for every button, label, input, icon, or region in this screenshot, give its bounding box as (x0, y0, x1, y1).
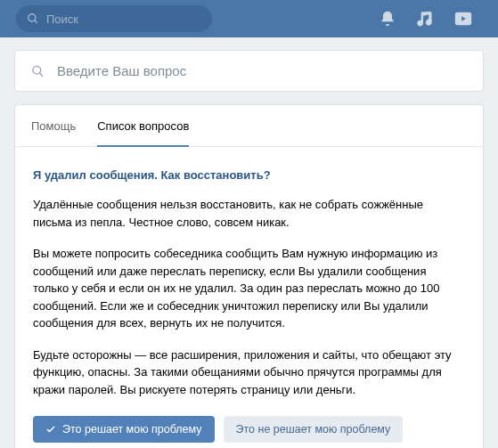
global-search[interactable] (16, 5, 212, 32)
question-search-input[interactable] (57, 63, 467, 78)
not-solves-button-label: Это не решает мою проблему (236, 423, 391, 436)
tab-question-list[interactable]: Список вопросов (97, 105, 189, 147)
search-icon (27, 12, 39, 25)
page-content: Помощь Список вопросов Я удалил сообщени… (0, 37, 498, 448)
solves-button-label: Это решает мою проблему (62, 423, 202, 436)
svg-point-0 (29, 14, 36, 21)
video-icon[interactable] (453, 9, 473, 29)
solves-button[interactable]: Это решает мою проблему (33, 416, 215, 443)
help-card: Помощь Список вопросов Я удалил сообщени… (14, 104, 484, 448)
music-icon[interactable] (416, 10, 434, 28)
check-icon (45, 424, 56, 435)
article: Я удалил сообщения. Как восстановить? Уд… (15, 147, 483, 448)
bell-icon[interactable] (379, 10, 396, 28)
svg-line-1 (35, 20, 37, 23)
svg-line-4 (39, 72, 43, 76)
article-paragraph: Вы можете попросить собеседника сообщить… (33, 245, 465, 332)
global-search-input[interactable] (46, 12, 201, 26)
article-paragraph: Будьте осторожны — все расширения, прило… (33, 346, 465, 399)
article-paragraph: Удалённые сообщения нельзя восстановить,… (33, 196, 465, 231)
feedback-actions: Это решает мою проблему Это не решает мо… (33, 416, 465, 443)
svg-point-3 (33, 66, 41, 74)
search-icon (31, 64, 45, 78)
article-title: Я удалил сообщения. Как восстановить? (33, 168, 465, 182)
tab-help[interactable]: Помощь (31, 105, 76, 147)
topbar (0, 0, 498, 37)
tabs: Помощь Список вопросов (15, 105, 483, 147)
not-solves-button[interactable]: Это не решает мою проблему (224, 416, 404, 443)
question-search-card (14, 50, 484, 92)
topbar-icons (379, 9, 489, 29)
